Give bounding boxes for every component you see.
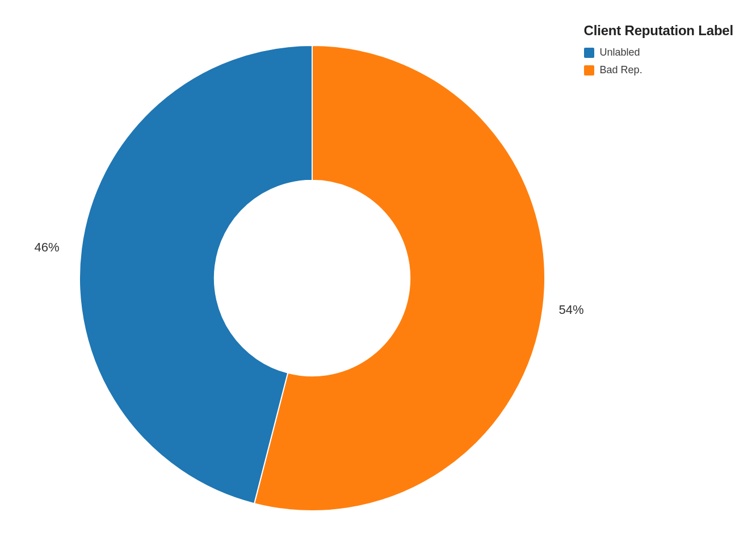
slice-label-unlabled: 46% xyxy=(34,240,59,255)
legend-label: Bad Rep. xyxy=(600,64,642,76)
legend-item: Bad Rep. xyxy=(584,64,733,76)
slice-label-bad-rep: 54% xyxy=(559,303,584,317)
chart-legend: Client Reputation Label Unlabled Bad Rep… xyxy=(584,23,733,82)
legend-label: Unlabled xyxy=(600,47,640,58)
legend-item: Unlabled xyxy=(584,47,733,58)
donut-svg xyxy=(79,45,545,511)
donut-plot-area xyxy=(79,45,545,511)
donut-chart: Client Reputation Label Unlabled Bad Rep… xyxy=(0,0,756,554)
legend-swatch xyxy=(584,65,594,75)
legend-title: Client Reputation Label xyxy=(584,23,733,39)
legend-swatch xyxy=(584,48,594,58)
